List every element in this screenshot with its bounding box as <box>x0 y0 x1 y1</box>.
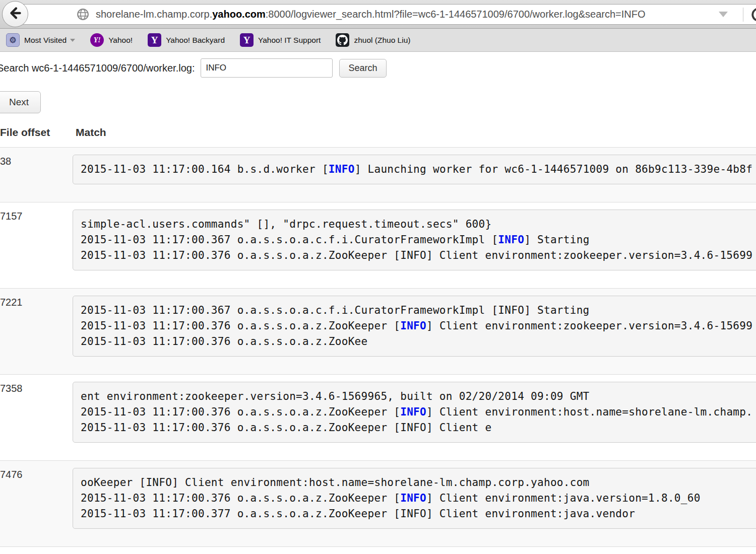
matched-term: INFO <box>400 492 426 504</box>
github-icon <box>336 33 349 47</box>
match-cell <box>73 547 756 554</box>
bookmark-label: Yahoo! IT Support <box>258 36 321 45</box>
url-domain: yahoo.com <box>212 9 266 20</box>
url-suffix: :8000/logviewer_search.html?file=wc6-1-1… <box>266 9 646 20</box>
bookmark-yahoo-it-support[interactable]: YYahoo! IT Support <box>240 33 321 47</box>
table-row: 7476ooKeeper [INFO] Client environment:h… <box>0 461 756 547</box>
yahoo-square-icon: Y <box>148 33 161 47</box>
bookmark-yahoo-backyard[interactable]: YYahoo! Backyard <box>148 33 225 47</box>
matched-term: INFO <box>400 320 426 332</box>
log-match-pre: 2015-11-03 11:17:00.367 o.a.s.s.o.a.c.f.… <box>73 296 756 357</box>
table-row: 72212015-11-03 11:17:00.367 o.a.s.s.o.a.… <box>0 289 756 375</box>
log-match-pre: ent environment:zookeeper.version=3.4.6-… <box>73 382 756 443</box>
bookmark-label: Yahoo! <box>108 36 133 45</box>
match-cell: ent environment:zookeeper.version=3.4.6-… <box>73 375 756 461</box>
urlbar-separator <box>743 8 743 22</box>
match-cell: 2015-11-03 11:17:00.367 o.a.s.s.o.a.c.f.… <box>73 289 756 375</box>
reload-icon[interactable] <box>749 6 756 24</box>
search-button[interactable]: Search <box>339 59 386 78</box>
file-offset-cell: 7221 <box>0 289 73 375</box>
matched-term: INFO <box>329 163 355 175</box>
match-cell: ooKeeper [INFO] Client environment:host.… <box>73 461 756 547</box>
bookmark-most-visited[interactable]: ⚙Most Visited <box>6 33 75 47</box>
folder-icon: ⚙ <box>6 33 20 47</box>
match-cell: simple-acl.users.commands" [], "drpc.req… <box>73 202 756 289</box>
file-offset-cell: 7476 <box>0 461 73 547</box>
search-results-table: File offset Match 382015-11-03 11:17:00.… <box>0 113 756 554</box>
table-row <box>0 547 756 554</box>
bookmark-zhuol-zhuo-liu[interactable]: zhuol (Zhuo Liu) <box>336 33 410 47</box>
search-label: Search wc6-1-1446571009/6700/worker.log: <box>0 62 195 74</box>
yahoo-circle-icon: Y! <box>90 33 104 47</box>
bookmark-yahoo[interactable]: Y!Yahoo! <box>90 33 133 47</box>
browser-toolbar: shorelane-lm.champ.corp.yahoo.com:8000/l… <box>0 0 756 29</box>
url-text[interactable]: shorelane-lm.champ.corp.yahoo.com:8000/l… <box>96 9 646 20</box>
file-offset-cell: 7157 <box>0 202 73 289</box>
table-header-row: File offset Match <box>0 113 756 148</box>
logviewer-page: Search wc6-1-1446571009/6700/worker.log:… <box>0 58 756 554</box>
log-match-pre: ooKeeper [INFO] Client environment:host.… <box>73 468 756 529</box>
log-match-pre: 2015-11-03 11:17:00.164 b.s.d.worker [IN… <box>73 155 756 184</box>
table-row: 7358ent environment:zookeeper.version=3.… <box>0 375 756 461</box>
bookmark-label: Most Visited <box>24 36 67 45</box>
match-cell: 2015-11-03 11:17:00.164 b.s.d.worker [IN… <box>73 148 756 202</box>
back-button[interactable] <box>2 1 28 27</box>
yahoo-square-icon: Y <box>240 33 254 47</box>
bookmark-label: zhuol (Zhuo Liu) <box>354 36 410 45</box>
search-input[interactable] <box>201 58 333 78</box>
file-offset-cell: 38 <box>0 148 73 202</box>
file-offset-cell: 7358 <box>0 375 73 461</box>
log-match-pre: simple-acl.users.commands" [], "drpc.req… <box>73 210 756 270</box>
column-header-file-offset: File offset <box>0 113 73 148</box>
search-form: Search wc6-1-1446571009/6700/worker.log:… <box>0 58 756 78</box>
dropdown-caret-icon <box>70 39 75 42</box>
url-bar[interactable]: shorelane-lm.champ.corp.yahoo.com:8000/l… <box>14 4 756 25</box>
file-offset-cell <box>0 547 73 554</box>
table-row: 382015-11-03 11:17:00.164 b.s.d.worker [… <box>0 148 756 202</box>
globe-icon <box>76 8 90 21</box>
bookmarks-bar: ⚙Most VisitedY!Yahoo!YYahoo! BackyardYYa… <box>0 29 756 52</box>
url-prefix: shorelane-lm.champ.corp. <box>96 9 212 20</box>
column-header-match: Match <box>73 113 756 148</box>
matched-term: INFO <box>400 406 426 418</box>
back-arrow-icon <box>8 6 23 23</box>
next-button[interactable]: Next <box>0 91 41 113</box>
urlbar-dropdown-icon[interactable] <box>719 12 728 17</box>
bookmark-label: Yahoo! Backyard <box>166 36 225 45</box>
matched-term: INFO <box>498 234 524 246</box>
table-row: 7157simple-acl.users.commands" [], "drpc… <box>0 202 756 289</box>
